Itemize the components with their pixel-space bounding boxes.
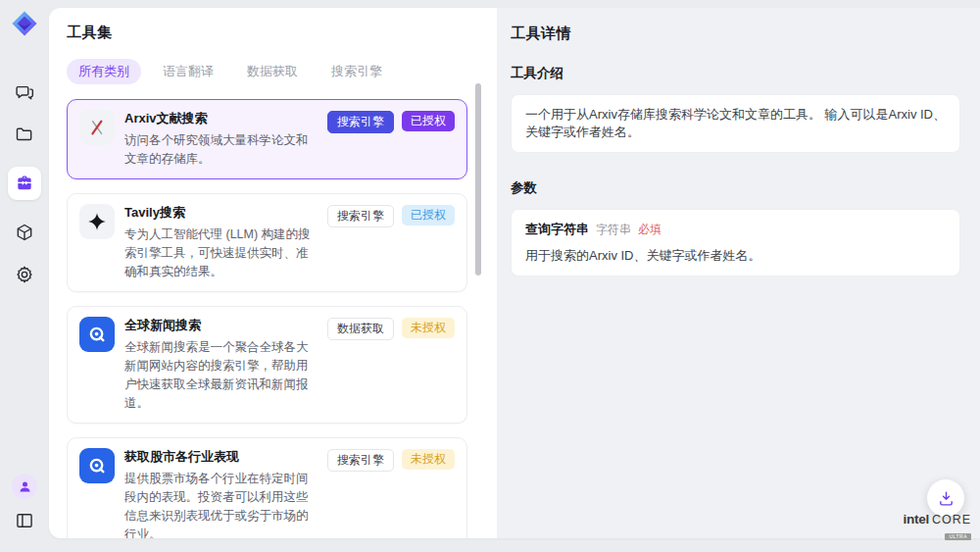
auth-status-badge: 未授权 [402, 449, 455, 470]
param-type: 字符串 [596, 222, 631, 238]
intro-heading: 工具介绍 [511, 65, 960, 82]
tool-card[interactable]: 全球新闻搜索全球新闻搜索是一个聚合全球各大新闻网站内容的搜索引擎，帮助用户快速获… [67, 306, 467, 424]
tool-card-body: 全球新闻搜索全球新闻搜索是一个聚合全球各大新闻网站内容的搜索引擎，帮助用户快速获… [124, 317, 318, 413]
gear-icon [15, 265, 34, 284]
tab-category-3[interactable]: 搜索引擎 [319, 59, 394, 84]
arxiv-icon [79, 110, 115, 145]
tool-card-badges: 搜索引擎已授权 [327, 204, 455, 281]
tool-card-description: 全球新闻搜索是一个聚合全球各大新闻网站内容的搜索引擎，帮助用户快速获取全球最新资… [124, 338, 312, 413]
sidebar-item-models[interactable] [15, 223, 34, 242]
user-icon [18, 479, 32, 494]
intro-text: 一个用于从Arxiv存储库搜索科学论文和文章的工具。 输入可以是Arxiv ID… [525, 107, 946, 139]
download-button[interactable] [927, 479, 964, 517]
intel-ultra-badge: ULTRA [945, 533, 971, 540]
auth-status-badge: 未授权 [402, 318, 455, 338]
page-title: 工具集 [67, 24, 497, 42]
category-badge: 搜索引擎 [327, 111, 394, 133]
tool-card-badges: 搜索引擎未授权 [327, 448, 455, 538]
tool-detail-pane: 工具详情 工具介绍 一个用于从Arxiv存储库搜索科学论文和文章的工具。 输入可… [497, 8, 980, 538]
category-badge: 搜索引擎 [327, 205, 394, 227]
param-header-row: 查询字符串 字符串 必填 [525, 221, 946, 238]
sidebar-toggle[interactable] [15, 511, 34, 530]
tool-card-description: 提供股票市场各个行业在特定时间段内的表现。投资者可以利用这些信息来识别表现优于或… [124, 470, 312, 538]
param-description: 用于搜索的Arxiv ID、关键字或作者姓名。 [525, 247, 946, 265]
category-badge: 数据获取 [327, 318, 394, 340]
tab-category-0[interactable]: 所有类别 [67, 59, 141, 84]
sidebar-nav [8, 82, 41, 284]
tab-category-2[interactable]: 数据获取 [235, 59, 310, 84]
folder-icon [15, 125, 34, 144]
tab-category-1[interactable]: 语言翻译 [151, 59, 225, 84]
sidebar [0, 0, 49, 552]
auth-status-badge: 已授权 [402, 205, 455, 226]
tool-card[interactable]: 获取股市各行业表现提供股票市场各个行业在特定时间段内的表现。投资者可以利用这些信… [67, 437, 467, 538]
q-blue-icon [79, 448, 115, 483]
param-required-flag: 必填 [638, 222, 662, 238]
tool-card-title: 全球新闻搜索 [124, 317, 312, 334]
q-blue-icon [79, 317, 115, 352]
sidebar-item-tools[interactable] [8, 167, 41, 200]
category-badge: 搜索引擎 [327, 449, 394, 472]
detail-title: 工具详情 [511, 25, 960, 43]
intel-core-text: CORE [932, 513, 971, 527]
intel-core-logo: intelCORE ULTRA [904, 513, 971, 542]
main-panel: 工具集 所有类别语言翻译数据获取搜索引擎 Arxiv文献搜索访问各个研究领域大量… [49, 8, 980, 538]
tool-card-description: 访问各个研究领域大量科学论文和文章的存储库。 [124, 131, 312, 169]
tool-card-body: 获取股市各行业表现提供股票市场各个行业在特定时间段内的表现。投资者可以利用这些信… [124, 448, 318, 538]
sparkle-icon [79, 204, 115, 239]
tool-card-badges: 数据获取未授权 [327, 317, 455, 413]
intel-brand-text: intel [904, 512, 929, 527]
user-avatar[interactable] [12, 474, 37, 499]
tool-card-description: 专为人工智能代理 (LLM) 构建的搜索引擎工具，可快速提供实时、准确和真实的结… [124, 226, 312, 281]
app-logo-icon [11, 10, 38, 37]
chat-icon [15, 82, 34, 102]
param-name: 查询字符串 [525, 221, 589, 238]
params-heading: 参数 [511, 179, 960, 197]
sidebar-item-files[interactable] [15, 125, 34, 144]
tools-list-pane: 工具集 所有类别语言翻译数据获取搜索引擎 Arxiv文献搜索访问各个研究领域大量… [49, 8, 497, 538]
tool-card-body: Tavily搜索专为人工智能代理 (LLM) 构建的搜索引擎工具，可快速提供实时… [124, 204, 318, 281]
tool-card-title: 获取股市各行业表现 [124, 448, 312, 466]
tool-card-body: Arxiv文献搜索访问各个研究领域大量科学论文和文章的存储库。 [124, 110, 318, 169]
category-tabs: 所有类别语言翻译数据获取搜索引擎 [67, 59, 497, 84]
sidebar-item-chat[interactable] [15, 82, 34, 102]
param-box: 查询字符串 字符串 必填 用于搜索的Arxiv ID、关键字或作者姓名。 [511, 209, 960, 276]
intro-text-box: 一个用于从Arxiv存储库搜索科学论文和文章的工具。 输入可以是Arxiv ID… [511, 94, 960, 153]
sidebar-bottom [12, 474, 37, 552]
tool-card-list: Arxiv文献搜索访问各个研究领域大量科学论文和文章的存储库。搜索引擎已授权Ta… [67, 99, 467, 538]
auth-status-badge: 已授权 [402, 111, 455, 131]
download-icon [938, 490, 955, 507]
tool-card-title: Tavily搜索 [124, 204, 312, 222]
tool-card-title: Arxiv文献搜索 [124, 110, 312, 127]
tool-card[interactable]: Arxiv文献搜索访问各个研究领域大量科学论文和文章的存储库。搜索引擎已授权 [67, 99, 467, 179]
scrollbar-thumb[interactable] [475, 83, 481, 276]
tool-card-badges: 搜索引擎已授权 [327, 110, 455, 169]
toolbox-icon [15, 174, 34, 193]
tool-card[interactable]: Tavily搜索专为人工智能代理 (LLM) 构建的搜索引擎工具，可快速提供实时… [67, 193, 467, 292]
layout-panel-icon [15, 511, 34, 530]
sidebar-item-settings[interactable] [15, 265, 34, 284]
cube-icon [15, 223, 34, 242]
